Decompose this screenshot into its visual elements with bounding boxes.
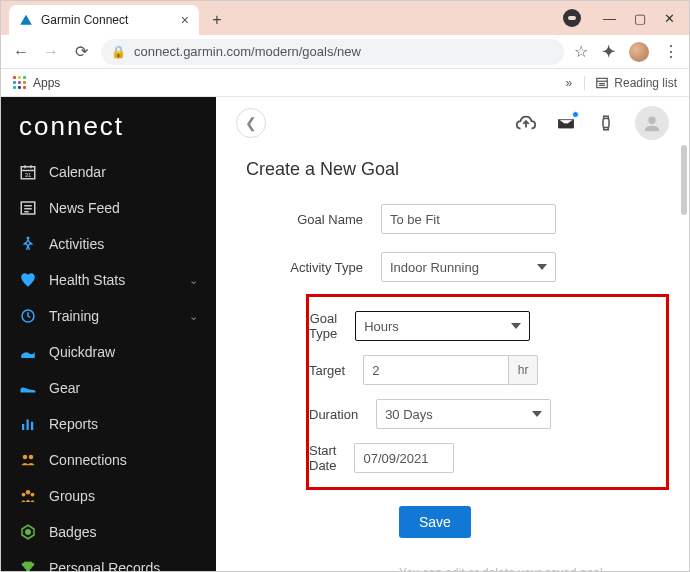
cloud-upload-icon[interactable]: [515, 112, 537, 134]
duration-label: Duration: [309, 407, 376, 422]
save-button[interactable]: Save: [399, 506, 471, 538]
sidebar-item-badges[interactable]: Badges: [1, 514, 216, 550]
back-button[interactable]: ←: [11, 43, 31, 61]
new-tab-button[interactable]: +: [205, 8, 229, 32]
sidebar-item-label: Training: [49, 308, 99, 324]
svg-rect-17: [27, 420, 29, 431]
svg-point-19: [23, 455, 28, 460]
activity-type-select[interactable]: Indoor Running: [381, 252, 556, 282]
notification-dot: [572, 111, 579, 118]
reports-icon: [19, 415, 37, 433]
sidebar-item-gear[interactable]: Gear: [1, 370, 216, 406]
svg-point-30: [648, 117, 655, 124]
svg-text:31: 31: [25, 172, 32, 178]
svg-point-14: [27, 237, 30, 240]
training-icon: [19, 307, 37, 325]
goal-name-input[interactable]: [381, 204, 556, 234]
shoe-icon: [19, 379, 37, 397]
sidebar-item-connections[interactable]: Connections: [1, 442, 216, 478]
sidebar-item-reports[interactable]: Reports: [1, 406, 216, 442]
sidebar-item-label: Reports: [49, 416, 98, 432]
sidebar-item-health[interactable]: Health Stats ⌄: [1, 262, 216, 298]
scrollbar-thumb[interactable]: [681, 145, 687, 215]
apps-icon[interactable]: [13, 76, 27, 90]
maximize-button[interactable]: ▢: [634, 11, 646, 26]
calendar-icon: 31: [19, 163, 37, 181]
app-logo: connect: [1, 97, 216, 154]
svg-point-25: [26, 530, 31, 535]
svg-marker-0: [20, 15, 32, 25]
window-controls: — ▢ ✕: [563, 1, 681, 35]
duration-select[interactable]: 30 Days: [376, 399, 551, 429]
reload-button[interactable]: ⟳: [71, 42, 91, 61]
connections-icon: [19, 451, 37, 469]
reading-list-icon: [595, 76, 609, 90]
goal-type-select[interactable]: Hours: [355, 311, 530, 341]
apps-label[interactable]: Apps: [33, 76, 60, 90]
svg-rect-16: [22, 424, 24, 430]
quickdraw-icon: [19, 343, 37, 361]
incognito-icon: [563, 9, 581, 27]
goal-type-label: Goal Type: [309, 311, 355, 341]
sidebar-item-label: Activities: [49, 236, 104, 252]
main-content: ❮ Create a New Goal Goal Name Activity T…: [216, 97, 689, 572]
groups-icon: [19, 487, 37, 505]
sidebar-item-label: Health Stats: [49, 272, 125, 288]
svg-point-22: [22, 493, 26, 497]
sidebar-item-label: Badges: [49, 524, 96, 540]
target-input[interactable]: [363, 355, 508, 385]
close-tab-icon[interactable]: ×: [181, 12, 189, 28]
sidebar-item-newsfeed[interactable]: News Feed: [1, 190, 216, 226]
bookmarks-overflow-icon[interactable]: »: [566, 76, 573, 90]
minimize-button[interactable]: —: [603, 11, 616, 26]
sidebar-item-label: News Feed: [49, 200, 120, 216]
browser-tab[interactable]: Garmin Connect ×: [9, 5, 199, 35]
address-bar[interactable]: 🔒 connect.garmin.com/modern/goals/new: [101, 39, 564, 65]
sidebar-item-label: Quickdraw: [49, 344, 115, 360]
sidebar-item-label: Calendar: [49, 164, 106, 180]
sidebar-item-calendar[interactable]: 31 Calendar: [1, 154, 216, 190]
forward-button[interactable]: →: [41, 43, 61, 61]
browser-toolbar: ← → ⟳ 🔒 connect.garmin.com/modern/goals/…: [1, 35, 689, 69]
watch-icon[interactable]: [595, 112, 617, 134]
svg-point-23: [31, 493, 35, 497]
trophy-icon: [19, 559, 37, 572]
sidebar-item-groups[interactable]: Groups: [1, 478, 216, 514]
star-bookmark-icon[interactable]: ☆: [574, 42, 588, 61]
svg-rect-18: [31, 422, 33, 430]
menu-icon[interactable]: ⋮: [663, 42, 679, 61]
sidebar-item-label: Personal Records: [49, 560, 160, 572]
sidebar-item-quickdraw[interactable]: Quickdraw: [1, 334, 216, 370]
lock-icon: 🔒: [111, 45, 126, 59]
goal-name-label: Goal Name: [246, 212, 381, 227]
helper-text: You can edit or delete your saved goal o…: [399, 564, 659, 572]
sidebar-item-records[interactable]: Personal Records: [1, 550, 216, 572]
reading-list-button[interactable]: Reading list: [584, 76, 677, 90]
profile-avatar-icon[interactable]: [629, 42, 649, 62]
garmin-favicon: [19, 13, 33, 27]
user-avatar[interactable]: [635, 106, 669, 140]
page-back-button[interactable]: ❮: [236, 108, 266, 138]
svg-point-21: [26, 490, 31, 495]
sidebar-item-activities[interactable]: Activities: [1, 226, 216, 262]
badge-icon: [19, 523, 37, 541]
activity-type-label: Activity Type: [246, 260, 381, 275]
start-date-label: Start Date: [309, 443, 354, 473]
tab-title: Garmin Connect: [41, 13, 173, 27]
inbox-icon[interactable]: [555, 112, 577, 134]
close-window-button[interactable]: ✕: [664, 11, 675, 26]
start-date-input[interactable]: [354, 443, 454, 473]
sidebar-item-label: Groups: [49, 488, 95, 504]
url-text: connect.garmin.com/modern/goals/new: [134, 44, 361, 59]
sidebar: connect 31 Calendar News Feed Activities…: [1, 97, 216, 572]
sidebar-item-label: Connections: [49, 452, 127, 468]
sidebar-item-label: Gear: [49, 380, 80, 396]
content-header: ❮: [216, 97, 689, 149]
bookmarks-bar: Apps » Reading list: [1, 69, 689, 97]
page-title: Create a New Goal: [246, 159, 659, 180]
extensions-icon[interactable]: ✦: [602, 42, 615, 61]
newsfeed-icon: [19, 199, 37, 217]
svg-rect-29: [603, 119, 609, 128]
chevron-down-icon: ⌄: [189, 310, 198, 323]
sidebar-item-training[interactable]: Training ⌄: [1, 298, 216, 334]
